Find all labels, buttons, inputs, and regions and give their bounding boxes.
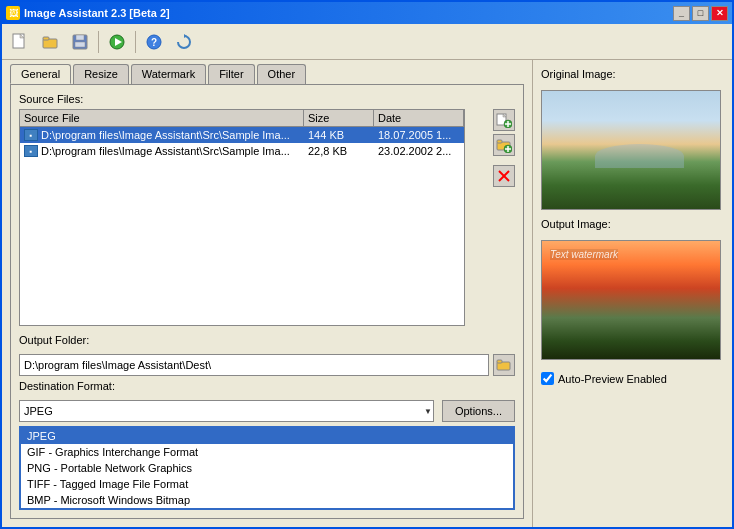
format-dropdown: JPEG GIF - Graphics Interchange Format P… [19, 426, 515, 510]
tab-resize[interactable]: Resize [73, 64, 129, 84]
format-row: JPEG ▼ Options... [19, 400, 515, 422]
format-section: Destination Format: JPEG ▼ Options... JP… [19, 380, 515, 510]
header-size: Size [304, 110, 374, 126]
svg-rect-3 [43, 37, 49, 40]
output-folder-input[interactable] [19, 354, 489, 376]
toolbar: ? [2, 24, 732, 60]
browse-button[interactable] [493, 354, 515, 376]
svg-text:?: ? [151, 37, 157, 48]
dropdown-item-gif[interactable]: GIF - Graphics Interchange Format [21, 444, 513, 460]
original-image-preview [541, 90, 721, 210]
format-select[interactable]: JPEG [19, 400, 434, 422]
options-button[interactable]: Options... [442, 400, 515, 422]
dropdown-item-tiff[interactable]: TIFF - Tagged Image File Format [21, 476, 513, 492]
main-content: General Resize Watermark Filter Other So… [2, 60, 732, 527]
file-icon: ▪ [24, 129, 38, 141]
file-size-cell: 144 KB [304, 128, 374, 142]
output-section: Output Folder: [19, 334, 515, 376]
refresh-button[interactable] [170, 28, 198, 56]
svg-rect-18 [497, 140, 502, 143]
file-name-cell: ▪ D:\program files\Image Assistant\Src\S… [20, 144, 304, 158]
tabs-container: General Resize Watermark Filter Other [10, 64, 524, 84]
file-date-cell: 23.02.2002 2... [374, 144, 464, 158]
title-bar-left: 🖼 Image Assistant 2.3 [Beta 2] [6, 6, 170, 20]
dropdown-item-png[interactable]: PNG - Portable Network Graphics [21, 460, 513, 476]
run-button[interactable] [103, 28, 131, 56]
tab-content-general: Source Files: Source File Size Date [10, 84, 524, 519]
title-buttons: _ □ ✕ [673, 6, 728, 21]
right-panel: Original Image: Output Image: Text water… [532, 60, 732, 527]
left-panel: General Resize Watermark Filter Other So… [2, 60, 532, 527]
maximize-button[interactable]: □ [692, 6, 709, 21]
svg-rect-25 [497, 360, 502, 363]
output-row [19, 354, 515, 376]
output-image-preview: Text watermark [541, 240, 721, 360]
title-bar: 🖼 Image Assistant 2.3 [Beta 2] _ □ ✕ [2, 2, 732, 24]
file-table-wrapper: Source File Size Date ▪ D:\program files… [19, 109, 515, 326]
format-select-wrapper: JPEG ▼ [19, 400, 434, 422]
original-scene [542, 91, 720, 209]
output-image-label: Output Image: [541, 218, 724, 230]
tab-general[interactable]: General [10, 64, 71, 84]
file-icon: ▪ [24, 145, 38, 157]
dropdown-item-bmp[interactable]: BMP - Microsoft Windows Bitmap [21, 492, 513, 508]
save-button[interactable] [66, 28, 94, 56]
table-row[interactable]: ▪ D:\program files\Image Assistant\Src\S… [20, 143, 464, 159]
window-title: Image Assistant 2.3 [Beta 2] [24, 7, 170, 19]
source-files-label: Source Files: [19, 93, 515, 105]
tab-other[interactable]: Other [257, 64, 307, 84]
add-file-button[interactable] [493, 109, 515, 131]
tab-watermark[interactable]: Watermark [131, 64, 206, 84]
delete-button[interactable] [493, 165, 515, 187]
auto-preview-checkbox[interactable] [541, 372, 554, 385]
format-label: Destination Format: [19, 380, 515, 392]
file-size-cell: 22,8 KB [304, 144, 374, 158]
header-date: Date [374, 110, 464, 126]
water-reflection [595, 144, 684, 168]
watermark-overlay: Text watermark [550, 249, 618, 260]
header-name: Source File [20, 110, 304, 126]
help-button[interactable]: ? [140, 28, 168, 56]
table-body: ▪ D:\program files\Image Assistant\Src\S… [20, 127, 464, 325]
file-table: Source File Size Date ▪ D:\program files… [19, 109, 465, 326]
new-button[interactable] [6, 28, 34, 56]
main-window: 🖼 Image Assistant 2.3 [Beta 2] _ □ ✕ ? [0, 0, 734, 529]
svg-rect-6 [75, 42, 85, 47]
app-icon: 🖼 [6, 6, 20, 20]
svg-rect-5 [76, 35, 84, 40]
close-button[interactable]: ✕ [711, 6, 728, 21]
auto-preview-label: Auto-Preview Enabled [558, 373, 667, 385]
file-date-cell: 18.07.2005 1... [374, 128, 464, 142]
table-row[interactable]: ▪ D:\program files\Image Assistant\Src\S… [20, 127, 464, 143]
auto-preview-row: Auto-Preview Enabled [541, 372, 724, 385]
original-image-label: Original Image: [541, 68, 724, 80]
table-header: Source File Size Date [20, 110, 464, 127]
minimize-button[interactable]: _ [673, 6, 690, 21]
add-folder-button[interactable] [493, 134, 515, 156]
toolbar-separator-2 [135, 31, 136, 53]
toolbar-separator [98, 31, 99, 53]
tab-filter[interactable]: Filter [208, 64, 254, 84]
file-name-cell: ▪ D:\program files\Image Assistant\Src\S… [20, 128, 304, 142]
open-button[interactable] [36, 28, 64, 56]
dropdown-item-jpeg[interactable]: JPEG [21, 428, 513, 444]
side-buttons [493, 109, 515, 326]
output-folder-label: Output Folder: [19, 334, 515, 346]
